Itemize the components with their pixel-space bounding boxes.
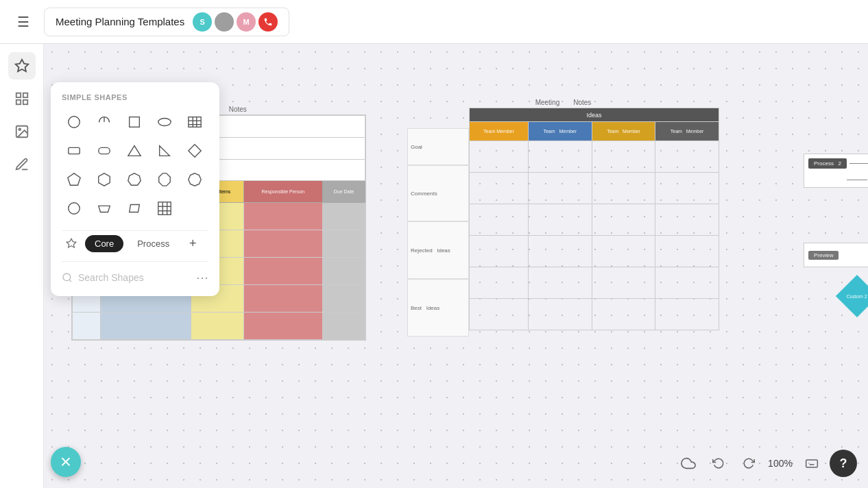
shape-triangle[interactable] (122, 138, 147, 163)
avatar-s: S (193, 12, 212, 32)
svg-rect-4 (23, 100, 27, 104)
shapes-panel: SIMPLE SHAPES (51, 82, 219, 296)
svg-point-7 (69, 117, 80, 128)
panel-search-left: Search Shapes (62, 272, 144, 283)
zoom-level[interactable]: 100% (767, 458, 794, 469)
svg-rect-16 (99, 147, 110, 154)
sidebar-draw[interactable] (8, 151, 36, 178)
shapes-panel-title: SIMPLE SHAPES (62, 93, 208, 101)
svg-marker-24 (189, 173, 201, 186)
svg-marker-27 (130, 205, 140, 212)
template3-diamond: Custom 2 (804, 281, 868, 311)
panel-tab-process[interactable]: Process (128, 235, 179, 252)
shape-square[interactable] (122, 110, 147, 134)
template2-container: Meeting Notes Goal Comments Rejected Ide… (407, 99, 719, 337)
template3-card[interactable]: Process 2 Process (804, 154, 868, 188)
svg-marker-19 (189, 145, 201, 157)
panel-search: Search Shapes ⋯ (62, 261, 208, 285)
fab-button[interactable]: × (51, 447, 81, 477)
sidebar-image[interactable] (8, 118, 36, 145)
avatar-m: M (237, 12, 256, 32)
cloud-save-button[interactable] (676, 451, 701, 476)
ideas-side-labels: Goal Comments Rejected Ideas Best Ideas (407, 128, 469, 337)
document-title: Meeting Planning Templates (56, 16, 184, 27)
sidebar-crop[interactable] (8, 85, 36, 112)
panel-tab-core[interactable]: Core (85, 235, 123, 252)
svg-point-9 (158, 119, 171, 126)
svg-rect-1 (16, 93, 20, 97)
panel-tab-add[interactable]: + (183, 234, 202, 253)
shape-nonagon[interactable] (182, 167, 207, 192)
svg-rect-8 (130, 117, 140, 127)
topbar: ☰ Meeting Planning Templates S M (0, 0, 868, 44)
menu-button[interactable]: ☰ (11, 10, 36, 34)
svg-rect-28 (158, 202, 171, 215)
redo-button[interactable] (736, 451, 761, 476)
svg-rect-2 (23, 93, 27, 97)
template3-preview[interactable]: Preview (804, 243, 868, 267)
svg-point-6 (19, 128, 21, 130)
shape-circle[interactable] (62, 110, 86, 134)
svg-marker-23 (159, 173, 171, 186)
search-icon (62, 272, 73, 283)
search-placeholder[interactable]: Search Shapes (78, 272, 144, 283)
shape-rounded-rect[interactable] (62, 138, 86, 163)
svg-rect-36 (806, 460, 818, 467)
shapes-grid (62, 110, 208, 221)
shape-octagon[interactable] (152, 167, 177, 192)
shape-pentagon[interactable] (62, 167, 86, 192)
svg-marker-0 (15, 60, 27, 71)
shape-grid[interactable] (152, 196, 177, 221)
shape-right-triangle[interactable] (152, 138, 177, 163)
shape-table[interactable] (182, 110, 207, 134)
more-options-button[interactable]: ⋯ (196, 270, 208, 285)
ideas-grid: Ideas Team Member Team Member Team Membe… (469, 108, 719, 337)
shape-empty (182, 196, 207, 221)
shape-diamond[interactable] (182, 138, 207, 163)
shape-heptagon[interactable] (122, 167, 147, 192)
svg-marker-20 (68, 173, 80, 185)
svg-marker-22 (128, 173, 141, 185)
ideas-table: Ideas Team Member Team Member Team Membe… (469, 108, 719, 330)
svg-rect-15 (69, 147, 80, 154)
template2-card[interactable]: Goal Comments Rejected Ideas Best Ideas … (407, 108, 719, 337)
shape-circle2[interactable] (62, 196, 86, 221)
svg-rect-3 (16, 100, 20, 104)
svg-marker-26 (99, 206, 110, 212)
shape-oval[interactable] (152, 110, 177, 134)
call-button[interactable] (258, 12, 278, 32)
panel-tabs: Core Process + (62, 230, 208, 253)
avatar-group: S M (193, 12, 278, 32)
shape-parallelogram[interactable] (122, 196, 147, 221)
help-button[interactable]: ? (830, 450, 857, 477)
panel-shapes-icon (62, 234, 81, 253)
shape-arc[interactable] (92, 110, 117, 134)
title-bar: Meeting Planning Templates S M (44, 8, 289, 36)
svg-point-34 (63, 273, 71, 281)
left-sidebar (0, 44, 44, 488)
keyboard-shortcut-button[interactable] (799, 451, 824, 476)
shape-rounded-rect2[interactable] (92, 138, 117, 163)
fab-icon: × (60, 452, 71, 472)
template3-container: Process 2 Process Preview Custom 2 (804, 154, 868, 311)
svg-marker-21 (99, 173, 110, 186)
undo-button[interactable] (706, 451, 731, 476)
bottom-toolbar: 100% ? (676, 450, 857, 477)
svg-point-25 (69, 203, 80, 215)
svg-rect-10 (189, 117, 201, 127)
template2-labels: Meeting Notes (407, 99, 719, 106)
sidebar-shapes[interactable] (8, 52, 36, 80)
svg-marker-17 (128, 146, 141, 156)
shape-hexagon[interactable] (92, 167, 117, 192)
svg-marker-33 (67, 239, 75, 247)
shape-trapezoid[interactable] (92, 196, 117, 221)
menu-icon: ☰ (17, 14, 29, 30)
avatar-a (215, 12, 234, 32)
svg-line-35 (69, 280, 71, 282)
svg-marker-18 (160, 146, 170, 156)
